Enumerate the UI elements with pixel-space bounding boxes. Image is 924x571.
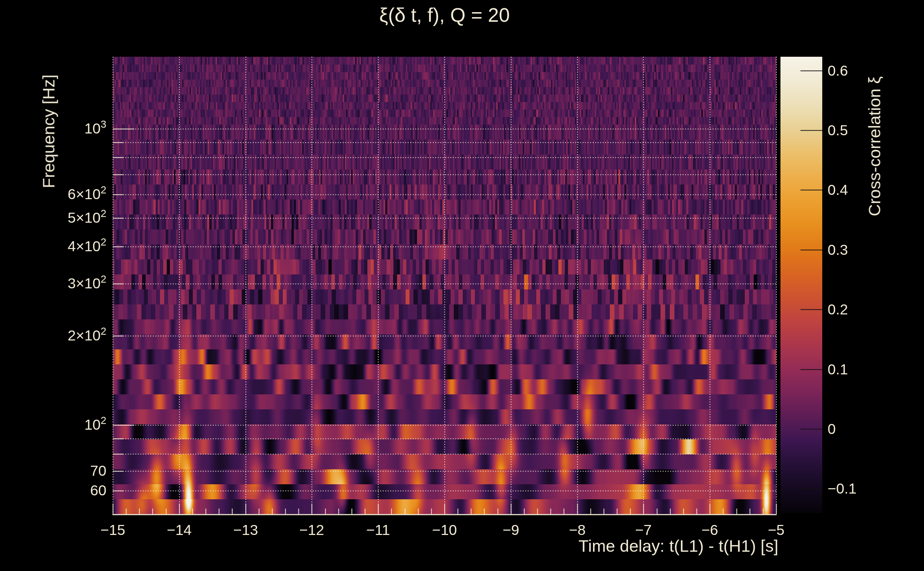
x-tick-label: −12 (299, 522, 324, 539)
x-tick-label: −9 (503, 522, 519, 539)
y-tick-label: 4×102 (68, 238, 107, 255)
x-tick-label: −15 (100, 522, 125, 539)
y-axis-title: Frequency [Hz] (39, 75, 59, 188)
colorbar-tick-label: 0 (828, 421, 836, 438)
x-tick-label: −10 (432, 522, 457, 539)
y-tick-label: 5×102 (68, 210, 107, 226)
x-tick-label: −5 (768, 522, 785, 539)
y-tick-label: 2×102 (68, 327, 107, 344)
heatmap-canvas (0, 0, 924, 571)
colorbar-tick-label: 0.1 (828, 361, 848, 378)
x-tick-label: −11 (366, 522, 390, 539)
colorbar-tick-label: 0.5 (828, 122, 848, 139)
colorbar-tick-label: −0.1 (828, 480, 856, 497)
colorbar-title: Cross-correlation ξ (865, 76, 884, 216)
y-tick-label: 60 (90, 482, 107, 499)
x-tick-label: −7 (635, 522, 652, 539)
x-tick-label: −13 (233, 522, 258, 539)
colorbar-tick-label: 0.3 (828, 242, 848, 258)
colorbar-tick-label: 0.6 (828, 62, 848, 79)
x-tick-label: −8 (569, 522, 586, 539)
x-axis-title: Time delay: t(L1) - t(H1) [s] (578, 536, 778, 556)
y-tick-label: 102 (84, 417, 107, 433)
colorbar-tick-label: 0.2 (828, 301, 848, 318)
y-tick-label: 6×102 (68, 186, 107, 203)
y-tick-label: 3×102 (68, 275, 107, 292)
colorbar-tick-label: 0.4 (828, 182, 848, 198)
qscan-figure: ξ(δ t, f), Q = 20 Frequency [Hz] Time de… (0, 0, 924, 571)
y-tick-label: 70 (90, 463, 107, 479)
y-tick-label: 103 (84, 120, 107, 137)
x-tick-label: −6 (701, 522, 718, 539)
page-title: ξ(δ t, f), Q = 20 (379, 3, 510, 26)
x-tick-label: −14 (167, 522, 192, 539)
